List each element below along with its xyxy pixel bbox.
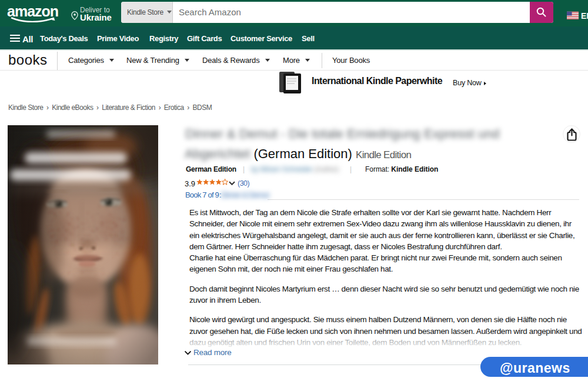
- svg-text:amazon: amazon: [7, 5, 58, 19]
